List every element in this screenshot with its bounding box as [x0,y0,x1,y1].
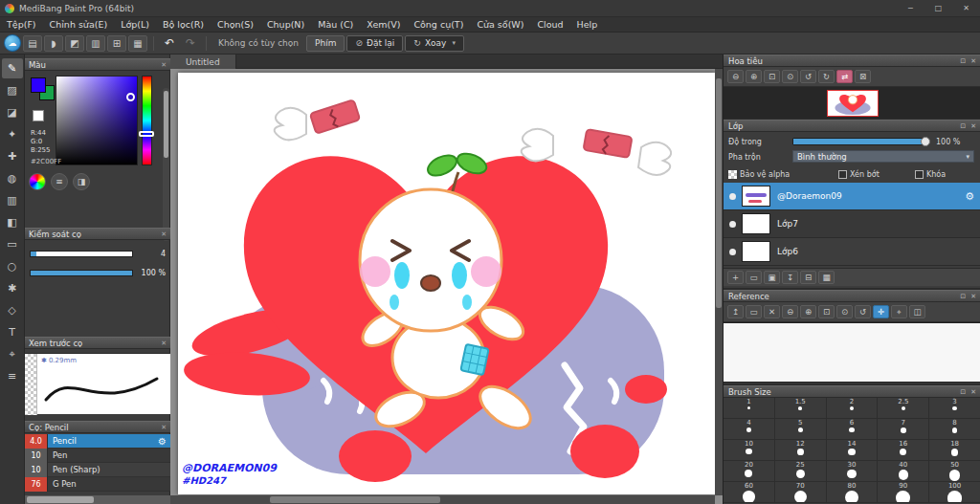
lock-checkbox-box[interactable] [915,170,924,179]
rotate-right-icon[interactable]: ↻ [818,70,835,83]
brush-size-option-90[interactable]: 90 [878,482,929,503]
reference-content[interactable] [724,322,980,383]
layer-row-lop6[interactable]: Lớp6 [724,238,980,266]
brush-size-option-30[interactable]: 30 [827,461,879,482]
ref-rotate-icon[interactable]: ↺ [855,305,871,318]
ref-zoom-in-icon[interactable]: ⊕ [800,305,816,318]
brush-tool[interactable]: ✦ [2,124,23,144]
brush-size-close-icon[interactable]: ✕ [970,388,976,396]
menu-item-11[interactable]: Cloud [530,19,569,30]
sv-marker[interactable] [126,93,135,101]
minimize-button[interactable]: ─ [897,0,924,16]
brush-settings-icon[interactable]: ⚙ [158,436,167,447]
layers-float-icon[interactable]: ⊡ [960,122,966,130]
brush-size-option-20[interactable]: 20 [724,461,775,482]
brush-size-option-10[interactable]: 10 [724,440,775,461]
brush-list-scroll-thumb[interactable] [27,496,94,503]
clear-image-icon[interactable]: ✕ [764,305,780,318]
color-panel-scroll-thumb[interactable] [164,91,168,158]
menu-item-2[interactable]: Chỉnh sửa(E) [43,19,115,30]
reference-float-icon[interactable]: ⊡ [960,293,966,300]
canvas-horizontal-scroll-thumb[interactable] [270,496,440,503]
undo-button[interactable]: ↶ [160,35,179,52]
ref-fit-icon[interactable]: ⊡ [818,305,835,318]
duplicate-layer-button[interactable]: ▣ [764,271,780,284]
import-image-icon[interactable]: ↥ [727,305,744,318]
color-panel-close-icon[interactable]: ✕ [161,61,167,69]
brush-size-option-70[interactable]: 70 [775,482,827,503]
ref-zoom-out-icon[interactable]: ⊖ [782,305,798,318]
brush-size-option-80[interactable]: 80 [827,482,879,503]
reset-button[interactable]: ⊘ Đặt lại [346,35,403,52]
layer-visibility-icon[interactable] [729,221,736,228]
brush-item-pen-sharp[interactable]: 10 Pen (Sharp) [25,463,170,477]
cloud-sync-icon[interactable]: ☁ [4,34,21,52]
menu-item-9[interactable]: Công cụ(T) [407,19,470,30]
brush-size-option-4[interactable]: 4 [724,419,775,440]
hue-slider[interactable] [142,76,152,165]
palette-icon[interactable]: ◩ [65,35,84,52]
brush-size-option-2.5[interactable]: 2.5 [878,398,929,419]
brush-size-slider[interactable] [30,251,133,257]
brush-size-option-12[interactable]: 12 [775,440,827,461]
layer-opacity-knob[interactable] [921,137,930,146]
reference-close-icon[interactable]: ✕ [970,293,976,300]
fit-screen-icon[interactable]: ⊡ [764,70,780,83]
add-layer-button[interactable]: + [727,271,744,284]
clipping-checkbox[interactable]: Xén bớt [838,168,880,180]
pen-tool[interactable]: ✎ [2,58,23,78]
ref-eyedropper-icon[interactable]: ⌖ [891,305,907,318]
brush-control-close-icon[interactable]: ✕ [161,230,167,238]
add-folder-button[interactable]: ▭ [746,271,762,284]
ref-hand-icon[interactable]: ✛ [873,305,889,318]
layer-row-doraemon09[interactable]: @Doraemon09 ⚙ [724,183,980,210]
hand-tool[interactable]: ≡ [2,366,23,386]
brush-preview-close-icon[interactable]: ✕ [161,340,167,347]
menu-item-8[interactable]: Xem(V) [360,19,407,30]
foreground-color-swatch[interactable] [31,77,46,93]
fill-tool[interactable]: ◍ [2,168,23,188]
hue-marker[interactable] [139,131,154,137]
flip-horizontal-icon[interactable]: ⇄ [836,70,853,83]
canvas-vertical-scroll-thumb[interactable] [716,78,722,308]
ref-actual-size-icon[interactable]: ⊙ [836,305,853,318]
gradient-tool[interactable]: ▥ [2,190,23,210]
brush-size-option-25[interactable]: 25 [775,461,827,482]
color-sliders-icon[interactable]: ≡ [51,173,68,190]
alpha-lock-checkbox[interactable]: Bảo vệ alpha [728,168,790,180]
menu-item-6[interactable]: Chụp(N) [260,19,311,30]
brush-size-option-50[interactable]: 50 [929,461,980,482]
transparent-color-swatch[interactable] [33,110,44,121]
new-canvas-icon[interactable]: ▤ [23,35,42,52]
brush-list-close-icon[interactable]: ✕ [161,424,167,431]
brush-list-scrollbar[interactable] [25,495,170,504]
brush-size-option-60[interactable]: 60 [724,482,775,503]
menu-item-4[interactable]: Bộ lọc(R) [156,19,211,30]
shape-tool[interactable]: ◇ [2,300,23,320]
close-button[interactable]: ✕ [952,0,980,16]
brush-size-option-1.5[interactable]: 1.5 [775,398,827,419]
rotate-button[interactable]: ↻ Xoay ▾ [405,35,464,52]
comment-icon[interactable]: ◗ [44,35,63,52]
color-wheel-icon[interactable]: ● [29,173,46,190]
maximize-button[interactable]: □ [924,0,952,16]
reset-view-icon[interactable]: ⊠ [855,70,871,83]
bucket-tool[interactable]: ◧ [2,212,23,232]
layers-close-icon[interactable]: ✕ [970,122,976,130]
navigator-close-icon[interactable]: ✕ [970,57,976,65]
actual-size-icon[interactable]: ⊙ [782,70,798,83]
brush-size-option-100[interactable]: 100 [929,482,980,503]
clipping-checkbox-box[interactable] [838,170,847,179]
layer-opacity-slider[interactable] [792,138,928,145]
brush-size-option-40[interactable]: 40 [878,461,929,482]
brush-size-option-7[interactable]: 7 [878,419,929,440]
menu-item-10[interactable]: Cửa sổ(W) [470,19,530,30]
canvas-artwork[interactable]: @DORAEMON09 #HD247 [178,73,715,494]
brush-size-option-1[interactable]: 1 [724,398,775,419]
color-panel-scrollbar[interactable] [163,88,169,241]
brush-size-option-5[interactable]: 5 [775,419,827,440]
brush-item-pen[interactable]: 10 Pen [25,449,170,463]
brush-opacity-slider[interactable] [30,270,133,276]
move-tool[interactable]: ✚ [2,146,23,166]
canvas-paper[interactable]: @DORAEMON09 #HD247 [178,73,715,494]
